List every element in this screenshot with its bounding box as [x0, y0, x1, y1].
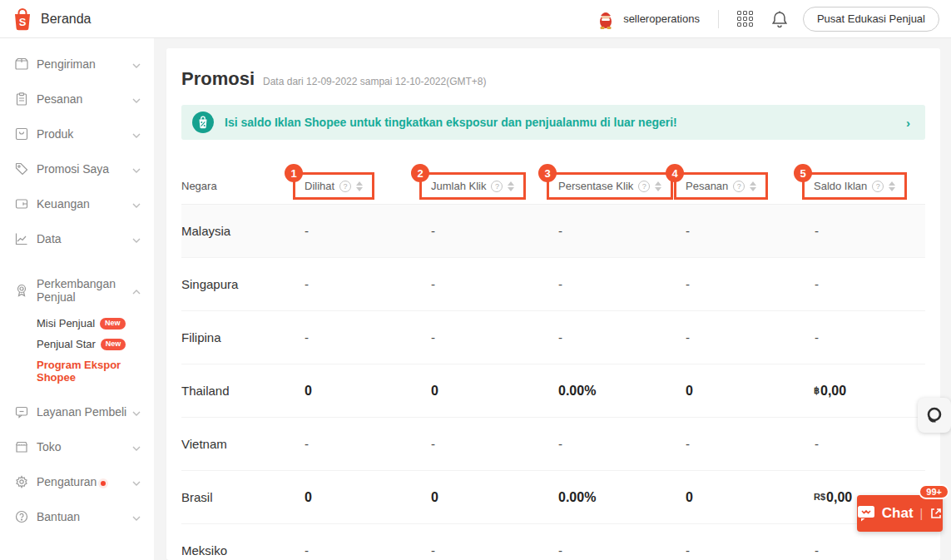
help-tooltip-icon[interactable]: ? [638, 181, 650, 192]
tag-icon [15, 162, 28, 176]
sidebar-item-pesanan[interactable]: Pesanan [0, 82, 154, 116]
table-row: Meksiko - - - - - [181, 524, 925, 560]
notification-dot [101, 481, 106, 486]
sidebar-item-produk[interactable]: Produk [0, 116, 154, 151]
sidebar-item-layanan-pembeli[interactable]: Layanan Pembeli [0, 394, 154, 429]
sidebar-item-program-ekspor-shopee[interactable]: Program Ekspor Shopee [37, 354, 154, 388]
scroll-gutter [940, 38, 951, 560]
annotation-box: 4 Pesanan ? [674, 172, 768, 200]
sort-icon[interactable] [655, 181, 661, 191]
annotation-number-badge: 3 [538, 164, 557, 182]
table-body: Malaysia - - - - - Singapura - - - - - F… [181, 205, 925, 560]
annotation-box: 5 Saldo Iklan ? [802, 172, 907, 200]
table-row: Vietnam - - - - - [181, 418, 925, 471]
notification-bell-icon[interactable] [771, 10, 788, 28]
education-center-button[interactable]: Pusat Edukasi Penjual [803, 7, 939, 32]
sidebar-item-keuangan[interactable]: Keuangan [0, 186, 154, 221]
country-cell: Malaysia [181, 224, 305, 238]
chevron-down-icon [132, 57, 141, 72]
chevron-down-icon [132, 161, 141, 176]
topbar: S Beranda selleroperations [0, 0, 951, 38]
perkembangan-submenu: Misi Penjual New Penjual Star New Progra… [0, 311, 154, 394]
annotation-box: 3 Persentase Klik ? [547, 172, 673, 200]
currency-symbol: ฿ [814, 385, 820, 395]
shopee-logo-icon: S [12, 7, 33, 31]
annotation-number-badge: 4 [666, 164, 684, 182]
table-column-header: 5 Saldo Iklan ? [814, 172, 925, 200]
banner-message: Isi saldo Iklan Shopee untuk tingkatkan … [225, 116, 896, 129]
chevron-down-icon [132, 126, 141, 141]
new-badge: New [100, 318, 126, 330]
country-cell: Vietnam [181, 437, 305, 451]
sidebar-item-pengaturan[interactable]: Pengaturan [0, 464, 154, 499]
chat-icon [857, 505, 875, 522]
section-title: Promosi [181, 68, 255, 90]
chevron-down-icon [132, 404, 141, 419]
medal-icon [15, 284, 28, 297]
gear-icon [15, 475, 28, 488]
chevron-down-icon [132, 92, 141, 107]
topup-ads-banner[interactable]: Isi saldo Iklan Shopee untuk tingkatkan … [181, 105, 925, 140]
table-row: Malaysia - - - - - [181, 205, 925, 258]
country-cell: Singapura [181, 277, 305, 291]
feedback-widget[interactable] [918, 398, 951, 433]
sidebar-item-promosi-saya[interactable]: Promosi Saya [0, 151, 154, 186]
chevron-down-icon [132, 439, 141, 454]
ring-icon [924, 405, 944, 425]
table-row: Filipina - - - - - [181, 311, 925, 364]
help-icon [15, 510, 28, 523]
page-title: Beranda [41, 12, 92, 27]
sort-icon[interactable] [508, 181, 514, 191]
home-brand[interactable]: S Beranda [12, 7, 92, 31]
country-cell: Thailand [181, 384, 305, 398]
new-badge: New [101, 339, 126, 350]
sidebar-item-misi-penjual[interactable]: Misi Penjual New [37, 313, 154, 334]
chat-button[interactable]: Chat | [857, 495, 943, 532]
wallet-icon [15, 197, 28, 211]
store-icon [15, 440, 28, 453]
chevron-down-icon [132, 509, 141, 524]
chat-widget: 99+ Chat | [857, 484, 943, 532]
sort-icon[interactable] [750, 181, 756, 191]
svg-text:S: S [19, 16, 27, 28]
table-row: Singapura - - - - - [181, 258, 925, 311]
chart-icon [15, 232, 28, 245]
divider [718, 10, 719, 28]
annotation-number-badge: 5 [794, 164, 812, 182]
chat-bubble-icon [15, 405, 28, 419]
table-row: Thailand 0 0 0.00% 0 ฿0,00 [181, 364, 925, 418]
sidebar-item-bantuan[interactable]: Bantuan [0, 499, 154, 534]
sort-icon[interactable] [889, 181, 895, 191]
chevron-down-icon [132, 474, 141, 489]
annotation-box: 2 Jumlah Klik ? [419, 172, 526, 200]
user-menu[interactable]: selleroperations [595, 8, 700, 30]
shopee-ads-icon [191, 111, 215, 134]
country-cell: Meksiko [181, 543, 305, 558]
country-cell: Filipina [181, 330, 305, 344]
sort-icon[interactable] [356, 181, 363, 191]
annotation-box: 1 Dilihat ? [293, 172, 374, 200]
sidebar-item-perkembangan-penjual[interactable]: Perkembangan Penjual [0, 270, 154, 311]
username: selleroperations [623, 12, 700, 25]
chevron-up-icon [132, 283, 141, 298]
country-cell: Brasil [181, 490, 305, 504]
currency-symbol: R$ [814, 492, 825, 502]
help-tooltip-icon[interactable]: ? [733, 181, 745, 192]
annotation-number-badge: 2 [411, 164, 429, 182]
table-row: Brasil 0 0 0.00% 0 R$0,00 [181, 471, 925, 524]
help-tooltip-icon[interactable]: ? [491, 181, 503, 192]
sidebar-item-penjual-star[interactable]: Penjual Star New [37, 334, 154, 354]
apps-grid-icon[interactable] [737, 11, 753, 27]
unread-count-badge: 99+ [919, 484, 949, 499]
date-range-subtitle: Data dari 12-09-2022 sampai 12-10-2022(G… [263, 76, 486, 87]
sidebar-item-toko[interactable]: Toko [0, 429, 154, 464]
annotation-number-badge: 1 [285, 164, 303, 182]
sidebar-item-data[interactable]: Data [0, 221, 154, 256]
product-icon [15, 127, 28, 141]
popout-icon [929, 507, 943, 520]
sidebar-item-pengiriman[interactable]: Pengiriman [0, 47, 154, 82]
shipping-icon [15, 57, 28, 71]
help-tooltip-icon[interactable]: ? [872, 181, 884, 192]
help-tooltip-icon[interactable]: ? [339, 181, 351, 192]
avatar [595, 8, 617, 30]
